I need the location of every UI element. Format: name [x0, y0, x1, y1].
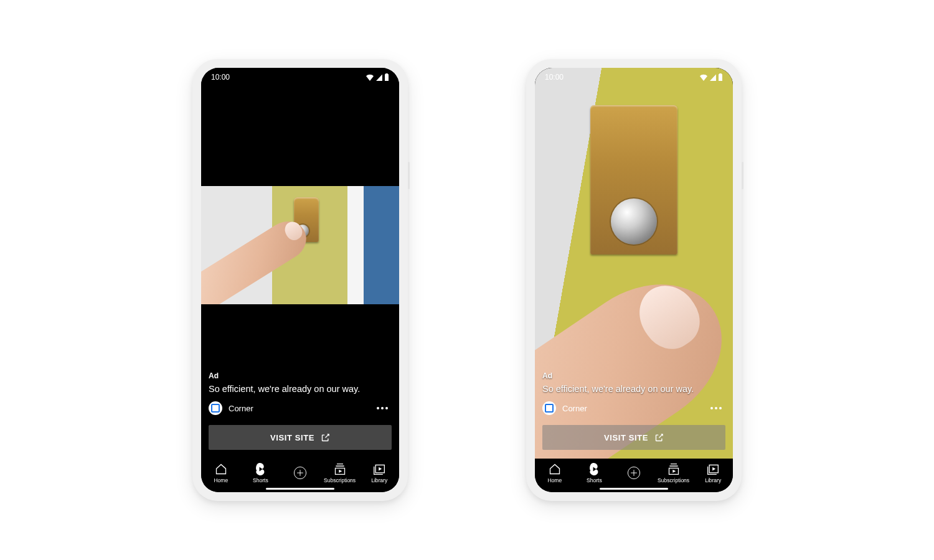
visit-site-button[interactable]: VISIT SITE	[542, 425, 725, 450]
cell-signal-icon	[375, 74, 383, 81]
doorbell-button-graphic	[611, 198, 657, 245]
home-icon	[214, 462, 228, 476]
gesture-bar	[600, 488, 668, 490]
phone-screen[interactable]: 10:00 Ad So efficient, we're already on …	[535, 68, 733, 492]
battery-icon	[718, 73, 723, 81]
ad-badge: Ad	[542, 371, 725, 380]
phone-screen[interactable]: 10:00 Ad So efficient, we're already on …	[201, 68, 399, 492]
cta-label: VISIT SITE	[604, 433, 648, 442]
home-icon	[548, 462, 562, 476]
library-icon	[706, 462, 720, 476]
finger-graphic	[201, 214, 314, 304]
visit-site-button[interactable]: VISIT SITE	[209, 425, 392, 450]
shorts-icon	[587, 462, 601, 476]
ad-video-letterboxed	[201, 186, 399, 304]
nav-shorts-label: Shorts	[587, 477, 602, 483]
advertiser-row[interactable]: Corner	[209, 401, 392, 415]
advertiser-name: Corner	[562, 404, 587, 413]
status-bar: 10:00	[535, 68, 733, 86]
shorts-icon	[253, 462, 267, 476]
advertiser-name: Corner	[229, 404, 253, 413]
cell-signal-icon	[709, 74, 717, 81]
phone-mockup-letterboxed: 10:00 Ad So efficient, we're already on …	[192, 59, 408, 501]
status-icons	[366, 73, 389, 81]
status-time: 10:00	[211, 73, 230, 82]
nav-home-label: Home	[547, 477, 562, 483]
more-options-button[interactable]	[707, 403, 725, 413]
ad-overlay: Ad So efficient, we're already on our wa…	[542, 371, 725, 450]
bottom-nav: Home Shorts Subscriptions	[201, 459, 399, 492]
more-options-button[interactable]	[373, 403, 392, 413]
nav-shorts[interactable]: Shorts	[241, 462, 281, 483]
nav-library[interactable]: Library	[693, 462, 733, 483]
library-icon	[372, 462, 386, 476]
nav-library-label: Library	[371, 477, 387, 483]
ad-headline: So efficient, we're already on our way.	[209, 384, 392, 394]
status-bar: 10:00	[201, 68, 399, 86]
nav-create[interactable]	[614, 466, 654, 480]
fingernail-graphic	[628, 274, 710, 360]
cta-label: VISIT SITE	[270, 433, 314, 442]
external-link-icon	[654, 433, 664, 442]
nav-shorts[interactable]: Shorts	[575, 462, 615, 483]
phone-mockup-fullbleed: 10:00 Ad So efficient, we're already on …	[526, 59, 742, 501]
advertiser-row[interactable]: Corner	[542, 401, 725, 415]
status-time: 10:00	[545, 73, 564, 82]
nav-subscriptions[interactable]: Subscriptions	[654, 462, 694, 483]
shorts-ad-surface[interactable]: Ad So efficient, we're already on our wa…	[535, 68, 733, 459]
nav-library-label: Library	[705, 477, 721, 483]
subscriptions-icon	[333, 462, 347, 476]
bottom-nav: Home Shorts Subscriptions	[535, 459, 733, 492]
nav-library[interactable]: Library	[359, 462, 399, 483]
nav-home[interactable]: Home	[201, 462, 241, 483]
nav-subscriptions-label: Subscriptions	[324, 477, 356, 483]
nav-home-label: Home	[214, 477, 228, 483]
nav-shorts-label: Shorts	[253, 477, 268, 483]
shorts-ad-surface[interactable]: Ad So efficient, we're already on our wa…	[201, 68, 399, 459]
ad-badge: Ad	[209, 371, 392, 380]
plus-circle-icon	[293, 466, 307, 480]
battery-icon	[384, 73, 389, 81]
ad-headline: So efficient, we're already on our way.	[542, 384, 725, 394]
subscriptions-icon	[667, 462, 681, 476]
nav-subscriptions-label: Subscriptions	[658, 477, 689, 483]
status-icons	[699, 73, 723, 81]
advertiser-avatar[interactable]	[542, 401, 556, 415]
ad-overlay: Ad So efficient, we're already on our wa…	[209, 371, 392, 450]
plus-circle-icon	[627, 466, 641, 480]
external-link-icon	[321, 433, 330, 442]
advertiser-avatar[interactable]	[209, 401, 222, 415]
nav-create[interactable]	[280, 466, 320, 480]
nav-home[interactable]: Home	[535, 462, 575, 483]
nav-subscriptions[interactable]: Subscriptions	[320, 462, 360, 483]
gesture-bar	[266, 488, 334, 490]
wifi-icon	[366, 74, 374, 81]
wifi-icon	[699, 74, 708, 81]
